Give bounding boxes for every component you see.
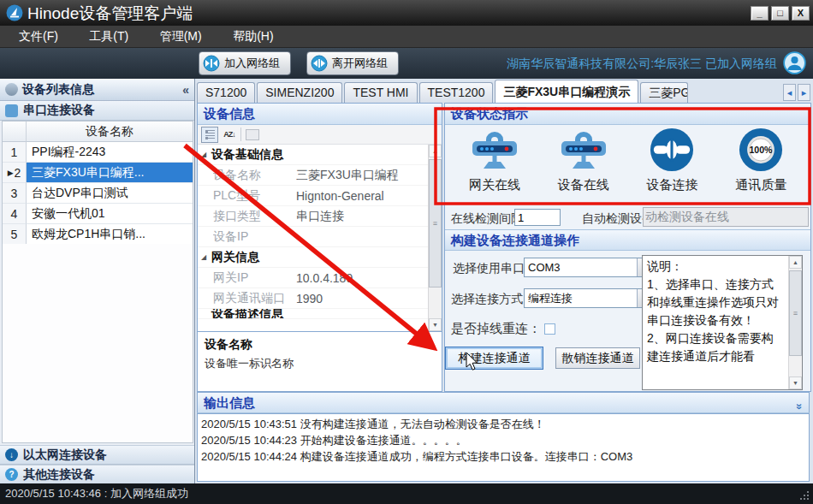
log-line: 2020/5/15 10:44:23 开始构建设备连接通道。。。。。 xyxy=(201,432,805,448)
output-panel-header: 输出信息 » xyxy=(197,392,810,413)
tab-mitsubishi-pg[interactable]: 三菱PG演 xyxy=(640,82,688,103)
menu-file[interactable]: 文件(F) xyxy=(5,26,72,47)
build-channel-button[interactable]: 构建连接通道 xyxy=(445,347,543,370)
tab-test1200[interactable]: TEST1200 xyxy=(419,82,494,103)
sidebar-section-ethernet[interactable]: ↓ 以太网连接设备 xyxy=(0,445,194,465)
row-number: ▶ 2 xyxy=(3,163,27,183)
comm-quality-value: 100% xyxy=(750,145,774,155)
serial-select-label: 选择使用串口 xyxy=(453,261,525,276)
join-network-label: 加入网络组 xyxy=(224,56,280,71)
alphabetical-sort-icon[interactable]: AZ↓ xyxy=(221,127,238,143)
category-row-clipped[interactable]: 设备描述信息 xyxy=(198,309,442,319)
output-log-box: 2020/5/15 10:43:51 没有构建连接通道，无法自动检测设备是否在线… xyxy=(197,413,810,482)
category-row[interactable]: ◢ 网关信息 xyxy=(198,247,442,268)
menu-tools[interactable]: 工具(T) xyxy=(75,26,142,47)
other-section-label: 其他连接设备 xyxy=(23,467,95,483)
device-row-selected[interactable]: ▶ 2 三菱FX3U串口编程... xyxy=(3,163,193,183)
serial-device-icon xyxy=(5,104,18,117)
tab-scroll-right-icon[interactable]: ▸ xyxy=(798,84,810,101)
connect-mode-combo[interactable]: 编程连接 ▼ xyxy=(524,288,652,308)
category-row[interactable]: ◢ 设备基础信息 xyxy=(198,145,442,165)
interval-input[interactable] xyxy=(514,209,561,226)
ethernet-section-label: 以太网连接设备 xyxy=(23,448,107,463)
property-pages-icon xyxy=(244,127,261,143)
minimize-button[interactable]: _ xyxy=(751,6,768,21)
categorized-view-icon[interactable] xyxy=(201,127,218,143)
category-expand-icon[interactable]: ◢ xyxy=(201,253,206,261)
menu-manage[interactable]: 管理(M) xyxy=(146,26,216,47)
tab-strip: S71200 SIMENZI200 TEST HMI TEST1200 三菱FX… xyxy=(195,79,813,103)
comm-quality-icon: 100% xyxy=(737,127,785,172)
sidebar-collapse-icon[interactable]: « xyxy=(182,83,189,97)
tab-s71200[interactable]: S71200 xyxy=(197,82,255,103)
category-expand-icon[interactable]: ◢ xyxy=(201,151,206,158)
device-info-panel: 设备信息 AZ↓ ◢ 设备基础信息 设备名称 三菱FX3U串口编程 PLC型号 … xyxy=(197,103,442,392)
channel-panel-header: 构建设备连接通道操作 xyxy=(445,229,810,251)
scrollbar-thumb[interactable]: ≡ xyxy=(429,159,442,288)
resize-grip[interactable] xyxy=(807,498,809,500)
device-row[interactable]: 3 台达DVP串口测试 xyxy=(3,183,193,204)
device-name-header: 设备名称 xyxy=(27,122,193,142)
scroll-down-icon[interactable]: ▼ xyxy=(789,377,802,389)
scroll-up-icon[interactable]: ▲ xyxy=(789,256,802,269)
tab-fx3u-serial-demo[interactable]: 三菱FX3U串口编程演示 xyxy=(495,80,638,103)
property-row[interactable]: 设备IP xyxy=(198,227,442,247)
description-title: 设备名称 xyxy=(205,337,435,353)
property-row[interactable]: 接口类型 串口连接 xyxy=(198,206,442,227)
scroll-down-icon[interactable]: ▼ xyxy=(429,318,442,331)
output-panel-title: 输出信息 xyxy=(204,395,255,410)
menu-bar: 文件(F) 工具(T) 管理(M) 帮助(H) xyxy=(0,26,813,48)
property-row[interactable]: 设备名称 三菱FX3U串口编程 xyxy=(198,165,442,186)
property-grid-toolbar: AZ↓ xyxy=(198,125,442,145)
device-status-panel: 设备状态指示 网关在线 xyxy=(444,103,811,392)
device-row[interactable]: 5 欧姆龙CP1H串口销... xyxy=(3,224,193,245)
device-row[interactable]: 1 PPI编程-2243 xyxy=(3,142,193,163)
log-line: 2020/5/15 10:43:51 没有构建连接通道，无法自动检测设备是否在线… xyxy=(201,416,805,432)
property-row[interactable]: PLC型号 Hignton-General xyxy=(198,186,442,206)
leave-network-icon xyxy=(311,55,328,72)
leave-network-button[interactable]: 离开网络组 xyxy=(306,51,399,75)
ethernet-device-icon: ↓ xyxy=(5,448,18,461)
close-button[interactable]: X xyxy=(792,6,810,21)
other-device-icon: ? xyxy=(5,468,18,481)
reconnect-checkbox[interactable] xyxy=(544,323,555,335)
tab-scroll-left-icon[interactable]: ◂ xyxy=(783,84,796,101)
device-online-icon xyxy=(556,127,611,172)
row-number: 5 xyxy=(3,224,27,245)
tab-test-hmi[interactable]: TEST HMI xyxy=(344,82,417,103)
menu-help[interactable]: 帮助(H) xyxy=(219,26,287,47)
output-collapse-icon[interactable]: » xyxy=(788,403,809,409)
property-grid-scrollbar[interactable]: ▲ ≡ ▼ xyxy=(428,145,442,331)
device-list-sidebar: 设备列表信息 « 串口连接设备 设备名称 1 PPI编程-2243 ▶ 2 三菱… xyxy=(0,79,195,483)
join-network-button[interactable]: 加入网络组 xyxy=(199,51,291,75)
help-scrollbar[interactable]: ▲ ≡ ▼ xyxy=(788,256,802,389)
indicator-device-connected: 设备连接 xyxy=(628,127,717,208)
sidebar-section-serial[interactable]: 串口连接设备 xyxy=(0,101,194,121)
sidebar-header: 设备列表信息 « xyxy=(0,79,194,101)
user-info-text: 湖南华辰智通科技有限公司:华辰张三 已加入网络组 xyxy=(507,56,777,72)
leave-network-label: 离开网络组 xyxy=(332,56,388,71)
device-connected-icon xyxy=(648,127,696,172)
property-grid: ◢ 设备基础信息 设备名称 三菱FX3U串口编程 PLC型号 Hignton-G… xyxy=(198,145,442,331)
device-name: 台达DVP串口测试 xyxy=(27,183,193,204)
maximize-button[interactable]: □ xyxy=(771,6,789,21)
property-row[interactable]: 网关通讯端口 1990 xyxy=(198,288,442,309)
device-name: 三菱FX3U串口编程... xyxy=(27,163,193,183)
device-table: 设备名称 1 PPI编程-2243 ▶ 2 三菱FX3U串口编程... 3 台达… xyxy=(2,121,193,246)
device-name: 安徽一代机01 xyxy=(27,204,193,224)
tab-simenzi200[interactable]: SIMENZI200 xyxy=(257,82,342,103)
scroll-up-icon[interactable]: ▲ xyxy=(429,145,442,157)
serial-port-combo[interactable]: COM3 ▼ xyxy=(524,258,652,277)
device-list-icon xyxy=(5,83,18,96)
row-number: 1 xyxy=(3,142,27,163)
scrollbar-thumb[interactable]: ≡ xyxy=(789,270,802,356)
destroy-channel-button[interactable]: 散销连接通道 xyxy=(555,347,640,369)
property-row[interactable]: 网关IP 10.0.4.189 xyxy=(198,268,442,288)
selected-row-marker-icon: ▶ xyxy=(8,169,14,177)
sidebar-section-other[interactable]: ? 其他连接设备 xyxy=(0,465,194,484)
device-row[interactable]: 4 安徽一代机01 xyxy=(3,204,193,224)
application-window: Hinode设备管理客户端 _ □ X 文件(F) 工具(T) 管理(M) 帮助… xyxy=(0,0,813,504)
status-panel-header: 设备状态指示 xyxy=(445,104,810,125)
device-table-empty-area xyxy=(2,244,193,443)
user-avatar[interactable] xyxy=(783,51,806,74)
